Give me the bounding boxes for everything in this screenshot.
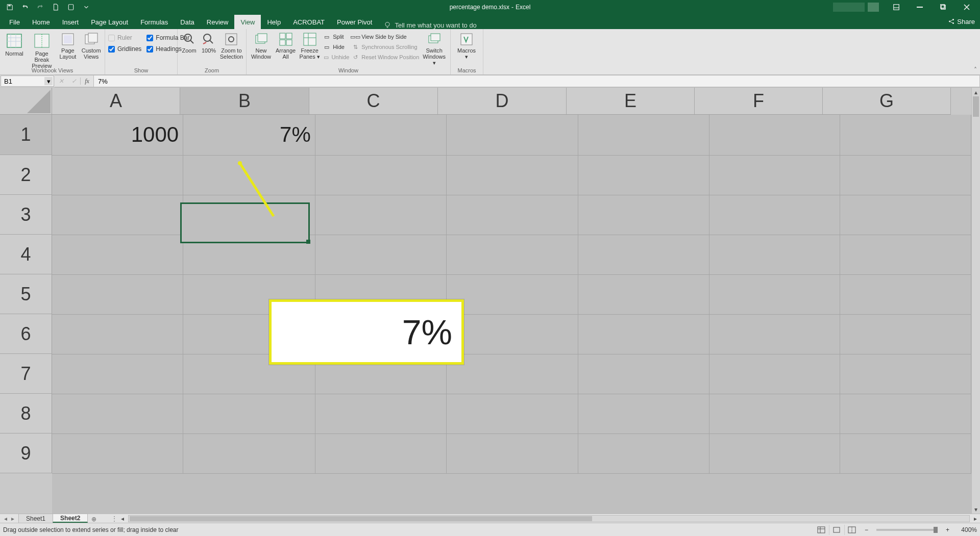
cell-f1[interactable]: [709, 115, 840, 155]
hide-button[interactable]: ▭Hide: [323, 42, 349, 52]
row-header-7[interactable]: 7: [0, 354, 52, 394]
zoom-slider-handle[interactable]: [934, 527, 938, 533]
col-header-d[interactable]: D: [438, 88, 567, 115]
prev-sheet-icon[interactable]: ◂: [4, 515, 7, 522]
scroll-up-icon[interactable]: ▴: [972, 88, 980, 96]
next-sheet-icon[interactable]: ▸: [11, 515, 14, 522]
tab-splitter[interactable]: ⋮: [111, 515, 118, 522]
zoom-percent[interactable]: 400%: [954, 526, 977, 533]
tab-page-layout[interactable]: Page Layout: [85, 15, 134, 29]
split-button[interactable]: ▭Split: [323, 32, 349, 41]
cells-grid[interactable]: 1000 7%: [52, 115, 971, 514]
redo-icon[interactable]: [36, 3, 45, 12]
collapse-ribbon-icon[interactable]: ˄: [974, 66, 977, 73]
hscroll-thumb[interactable]: [130, 516, 592, 521]
sheet-tab-sheet2[interactable]: Sheet2: [53, 514, 88, 523]
touch-mode-icon[interactable]: [66, 3, 76, 12]
share-button[interactable]: Share: [948, 14, 975, 29]
cell-g1[interactable]: [840, 115, 971, 155]
col-header-a[interactable]: A: [52, 88, 180, 115]
sheet-tab-sheet1[interactable]: Sheet1: [18, 514, 53, 523]
normal-view-button[interactable]: Normal: [3, 31, 26, 69]
zoom-button[interactable]: Zoom: [181, 31, 198, 60]
scroll-thumb[interactable]: [973, 96, 979, 117]
freeze-panes-button[interactable]: Freeze Panes ▾: [299, 31, 321, 66]
insert-function-button[interactable]: fx: [81, 78, 93, 85]
tab-review[interactable]: Review: [201, 15, 235, 29]
cell-e1[interactable]: [578, 115, 709, 155]
col-header-c[interactable]: C: [309, 88, 438, 115]
tab-insert[interactable]: Insert: [56, 15, 85, 29]
zoom-in-icon[interactable]: +: [944, 526, 951, 533]
zoom-100-button[interactable]: 100%: [201, 31, 217, 60]
account-avatar[interactable]: [868, 3, 879, 12]
gridlines-checkbox[interactable]: Gridlines: [108, 45, 141, 53]
switch-windows-button[interactable]: Switch Windows ▾: [421, 31, 447, 66]
view-normal-icon[interactable]: [814, 525, 829, 535]
tab-help[interactable]: Help: [261, 15, 287, 29]
new-window-button[interactable]: New Window: [250, 31, 273, 66]
sheet-tab-bar: ◂ ▸ Sheet1 Sheet2 ⊕ ⋮ ◂ ▸: [0, 514, 980, 523]
chevron-down-icon: ▾: [317, 54, 320, 60]
zoom-to-selection-button[interactable]: Zoom to Selection: [220, 31, 243, 60]
name-box-dropdown-icon[interactable]: ▾: [44, 77, 53, 85]
qat-customize-icon[interactable]: [82, 3, 91, 12]
tab-data[interactable]: Data: [174, 15, 200, 29]
tab-acrobat[interactable]: ACROBAT: [287, 15, 331, 29]
view-page-break-icon[interactable]: [844, 525, 860, 535]
cell-d1[interactable]: [447, 115, 578, 155]
row-header-8[interactable]: 8: [0, 394, 52, 433]
arrange-all-button[interactable]: Arrange All: [275, 31, 297, 66]
name-box[interactable]: B1 ▾: [1, 75, 54, 87]
select-all-triangle[interactable]: [0, 88, 52, 115]
cell-b1[interactable]: 7%: [183, 115, 315, 155]
formula-cancel-button[interactable]: ✕: [55, 78, 67, 85]
account-badge[interactable]: [833, 3, 865, 12]
row-header-9[interactable]: 9: [0, 433, 52, 473]
row-header-3[interactable]: 3: [0, 195, 52, 235]
view-page-layout-icon[interactable]: [829, 525, 844, 535]
tab-power-pivot[interactable]: Power Pivot: [331, 15, 378, 29]
col-header-b[interactable]: B: [180, 88, 309, 115]
page-break-preview-button[interactable]: Page Break Preview: [29, 31, 55, 69]
horizontal-scrollbar[interactable]: [128, 515, 970, 522]
row-header-2[interactable]: 2: [0, 155, 52, 195]
scroll-left-icon[interactable]: ◂: [118, 515, 127, 522]
cell-a1[interactable]: 1000: [52, 115, 183, 155]
cell-b2[interactable]: [183, 155, 315, 195]
svg-rect-28: [431, 34, 440, 41]
row-header-5[interactable]: 5: [0, 274, 52, 314]
minimize-icon[interactable]: [909, 0, 931, 14]
new-file-icon[interactable]: [51, 3, 60, 12]
undo-icon[interactable]: [20, 3, 30, 12]
macros-button[interactable]: Macros▾: [454, 31, 479, 60]
custom-views-button[interactable]: Custom Views: [81, 31, 102, 69]
formula-enter-button[interactable]: ✓: [67, 78, 80, 85]
restore-icon[interactable]: [932, 0, 954, 14]
tab-file[interactable]: File: [3, 15, 26, 29]
tell-me-search[interactable]: Tell me what you want to do: [383, 21, 476, 29]
row-header-6[interactable]: 6: [0, 314, 52, 354]
tab-home[interactable]: Home: [26, 15, 56, 29]
cell-a2[interactable]: [52, 155, 183, 195]
page-layout-view-button[interactable]: Page Layout: [58, 31, 78, 69]
scroll-down-icon[interactable]: ▾: [972, 505, 980, 514]
scroll-right-icon[interactable]: ▸: [971, 515, 980, 522]
col-header-f[interactable]: F: [695, 88, 823, 115]
tab-view[interactable]: View: [234, 15, 261, 29]
ribbon-options-icon[interactable]: [885, 0, 908, 14]
tab-formulas[interactable]: Formulas: [134, 15, 174, 29]
row-header-1[interactable]: 1: [0, 115, 52, 155]
new-sheet-button[interactable]: ⊕: [87, 516, 101, 523]
close-icon[interactable]: [955, 0, 978, 14]
zoom-slider[interactable]: [876, 529, 938, 531]
col-header-e[interactable]: E: [567, 88, 695, 115]
view-side-by-side-button[interactable]: ▭▭View Side by Side: [351, 32, 419, 41]
row-header-4[interactable]: 4: [0, 235, 52, 274]
formula-bar-input[interactable]: 7%: [94, 75, 980, 87]
col-header-g[interactable]: G: [823, 88, 951, 115]
cell-c1[interactable]: [315, 115, 447, 155]
vertical-scrollbar[interactable]: ▴ ▾: [971, 88, 980, 514]
save-icon[interactable]: [5, 3, 14, 12]
zoom-out-icon[interactable]: −: [863, 526, 870, 533]
